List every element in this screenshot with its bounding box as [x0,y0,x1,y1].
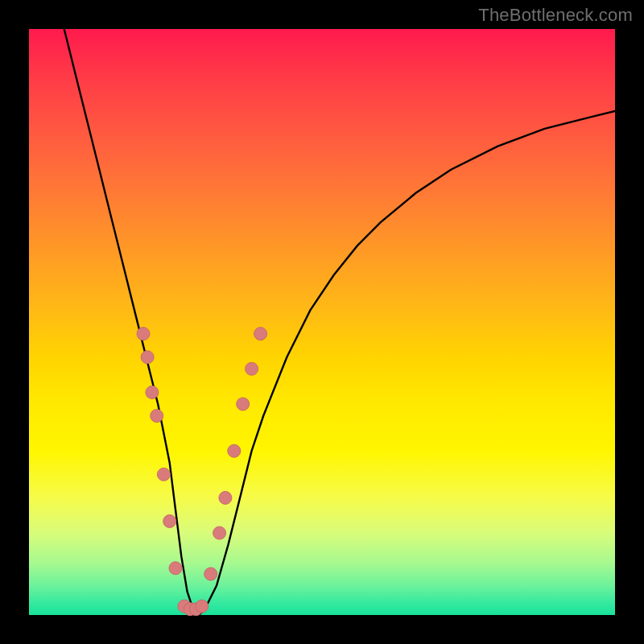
curve-marker [204,568,217,580]
curve-marker [219,491,232,504]
curve-marker [157,468,170,481]
curve-marker [137,328,150,341]
plot-area [29,29,615,615]
bottleneck-curve-path [64,29,615,615]
curve-marker [246,362,258,375]
curve-marker [254,328,267,341]
curve-marker [196,600,208,613]
curve-marker [169,562,182,575]
curve-marker [146,386,159,398]
curve-marker [151,410,163,423]
curve-marker [141,351,154,364]
watermark-text: TheBottleneck.com [478,5,633,26]
chart-frame: TheBottleneck.com [0,0,644,644]
curve-marker [163,515,176,528]
curve-marker [228,444,241,457]
curve-marker [213,526,226,539]
curve-svg [29,29,615,615]
curve-marker [237,398,250,411]
